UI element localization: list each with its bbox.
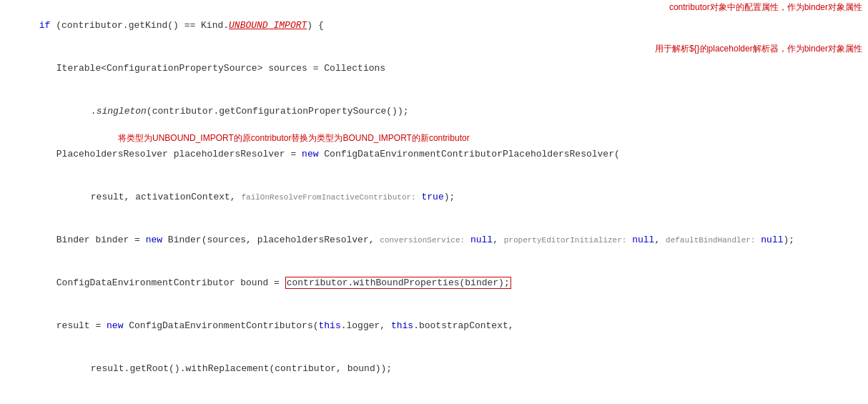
top-code-section: contributor对象中的配置属性，作为binder对象属性 if (con… [0,0,868,404]
annotation-placeholder-resolver: 用于解析${}的placeholder解析器，作为binder对象属性 [655,43,862,55]
code-line-6: Binder binder = new Binder(sources, plac… [6,219,862,262]
main-container: contributor对象中的配置属性，作为binder对象属性 if (con… [0,0,868,404]
code-line-8: result = new ConfigDataEnvironmentContri… [6,305,862,348]
code-line-1: if (contributor.getKind() == Kind.UNBOUN… [6,4,862,47]
code-line-10: continue; [6,390,862,404]
code-line-5: result, activationContext, failOnResolve… [6,176,862,219]
annotation-replace-contributor: 将类型为UNBOUND_IMPORT的原contributor替换为类型为BOU… [118,132,470,144]
code-line-3: .singleton(contributor.getConfigurationP… [6,90,862,133]
highlight-withboundproperties: contributor.withBoundProperties(binder); [285,277,511,289]
code-line-7: ConfigDataEnvironmentContributor bound =… [6,262,862,305]
code-line-9: result.getRoot().withReplacement(contrib… [6,348,862,390]
